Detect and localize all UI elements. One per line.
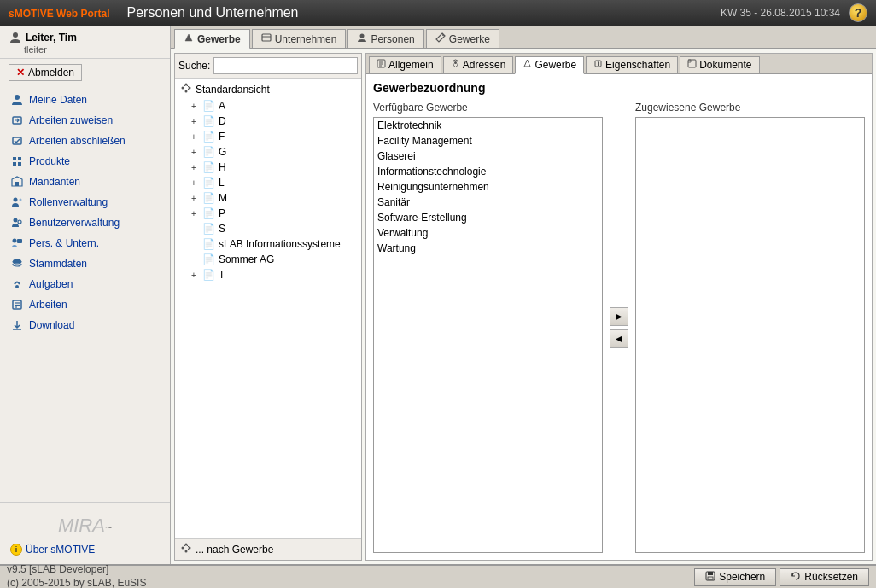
tree-child-sommer[interactable]: 📄 Sommer AG [175,252,361,267]
sub-tab-eigenschaften[interactable]: Eigenschaften [586,56,678,73]
sidebar-item-produkte[interactable]: Produkte [0,151,170,172]
svg-point-24 [360,34,365,38]
move-left-button[interactable]: ◀ [610,329,628,348]
sidebar-item-pers-untern[interactable]: Pers. & Untern. [0,233,170,253]
available-column: Verfügbare Gewerbe Elektrotechnik Facili… [373,102,603,553]
complete-icon [10,134,24,148]
tree-footer-icon [180,542,192,556]
expand-T[interactable]: + [189,271,199,280]
assigned-header: Zugewiesene Gewerbe [635,102,865,114]
expand-H[interactable]: + [189,163,199,172]
list-item[interactable]: Software-Erstellung [374,210,602,225]
save-button[interactable]: Speichern [694,568,776,586]
user-login: tleiter [9,44,161,55]
gewerbe-columns: Verfügbare Gewerbe Elektrotechnik Facili… [373,102,865,553]
x-icon: ✕ [16,67,25,79]
tree-child-slab[interactable]: 📄 sLAB Informationssysteme [175,236,361,252]
list-item[interactable]: Wartung [374,241,602,256]
users-icon [10,216,24,230]
tab-personen[interactable]: Personen [347,29,423,48]
list-item[interactable]: Facility Management [374,133,602,148]
sidebar-item-stammdaten[interactable]: Stammdaten [0,253,170,274]
list-item[interactable]: Elektrotechnik [374,118,602,133]
svg-point-11 [14,218,18,223]
personen-tab-icon [357,32,367,45]
svg-rect-53 [708,577,713,579]
sub-tab-gewerbe[interactable]: Gewerbe [515,56,584,74]
arrow-controls: ▶ ◀ [606,102,632,553]
sidebar-item-arbeiten-abschliessen[interactable]: Arbeiten abschließen [0,131,170,151]
tree-item-S[interactable]: - 📄 S [175,221,361,236]
tab-unternehmen[interactable]: Unternehmen [252,29,347,48]
tree-item-F[interactable]: + 📄 F [175,129,361,144]
sidebar-item-aufgaben[interactable]: Aufgaben [0,274,170,294]
adressen-icon [451,59,460,71]
sidebar-item-benutzerverwaltung[interactable]: Benutzerverwaltung [0,212,170,233]
list-item[interactable]: Glaserei [374,148,602,164]
tree-root-icon [180,82,192,96]
svg-line-30 [183,84,186,88]
svg-rect-5 [18,157,21,160]
tree-item-A[interactable]: + 📄 A [175,98,361,114]
tree-item-L[interactable]: + 📄 L [175,175,361,190]
list-item[interactable]: Sanitär [374,195,602,210]
svg-point-10 [20,199,22,201]
svg-rect-4 [13,157,16,160]
sidebar-item-arbeiten-zuweisen[interactable]: Arbeiten zuweisen [0,110,170,131]
tab-gewerke[interactable]: Gewerke [426,29,499,48]
tree-item-H[interactable]: + 📄 H [175,160,361,175]
tree-footer[interactable]: ... nach Gewerbe [175,538,361,560]
tree-item-G[interactable]: + 📄 G [175,144,361,160]
help-button[interactable]: ? [849,3,867,22]
list-item[interactable]: Reinigungsunternehmen [374,179,602,195]
sub-tab-allgemein[interactable]: Allgemein [369,56,441,73]
user-name: Leiter, Tim [9,31,161,44]
pers-untern-icon [10,236,24,250]
sub-tab-adressen[interactable]: Adressen [443,56,514,73]
expand-A[interactable]: + [189,102,199,111]
search-input[interactable] [213,57,358,74]
svg-rect-52 [708,572,713,575]
tree-item-T[interactable]: + 📄 T [175,267,361,282]
sidebar-footer: MIRA~ i Über sMOTIVE [0,502,170,564]
sidebar-item-arbeiten[interactable]: Arbeiten [0,294,170,315]
products-icon [10,154,24,168]
expand-S[interactable]: - [189,224,199,234]
expand-G[interactable]: + [189,148,199,157]
search-label: Suche: [178,60,210,72]
sidebar-item-rollenverwaltung[interactable]: Rollenverwaltung [0,192,170,212]
svg-rect-14 [17,239,22,243]
reset-button[interactable]: Rücksetzen [780,568,869,586]
person-icon [10,93,24,107]
svg-point-9 [14,198,18,202]
assigned-column: Zugewiesene Gewerbe [635,102,865,553]
assigned-list[interactable] [635,117,865,553]
sidebar-item-mandanten[interactable]: Mandanten [0,172,170,192]
sidebar-item-meine-daten[interactable]: Meine Daten [0,90,170,110]
sub-tab-dokumente[interactable]: Dokumente [680,56,759,73]
about-link[interactable]: i Über sMOTIVE [7,542,163,557]
svg-point-25 [442,34,444,36]
sidebar-item-download[interactable]: Download [0,315,170,335]
expand-P[interactable]: + [189,209,199,218]
list-item[interactable]: Informationstechnologie [374,164,602,179]
available-list[interactable]: Elektrotechnik Facility Management Glase… [373,117,603,553]
user-icon [9,31,22,44]
app-name: sMOTIVE Web Portal [9,6,109,20]
move-right-button[interactable]: ▶ [610,307,628,326]
tree-item-D[interactable]: + 📄 D [175,114,361,129]
tree-item-P[interactable]: + 📄 P [175,206,361,221]
info-icon: i [10,544,22,556]
expand-M[interactable]: + [189,194,199,203]
tree-item-M[interactable]: + 📄 M [175,190,361,206]
tab-gewerbe[interactable]: Gewerbe [174,29,250,49]
list-item[interactable]: Verwaltung [374,225,602,241]
expand-L[interactable]: + [189,178,199,188]
svg-line-41 [186,548,190,551]
expand-F[interactable]: + [189,132,199,142]
expand-D[interactable]: + [189,117,199,126]
svg-point-1 [15,95,20,100]
footer-buttons: Speichern Rücksetzen [694,568,869,586]
tree-root-standardansicht[interactable]: Standardansicht [175,80,361,98]
logout-button[interactable]: ✕ Abmelden [9,64,82,81]
